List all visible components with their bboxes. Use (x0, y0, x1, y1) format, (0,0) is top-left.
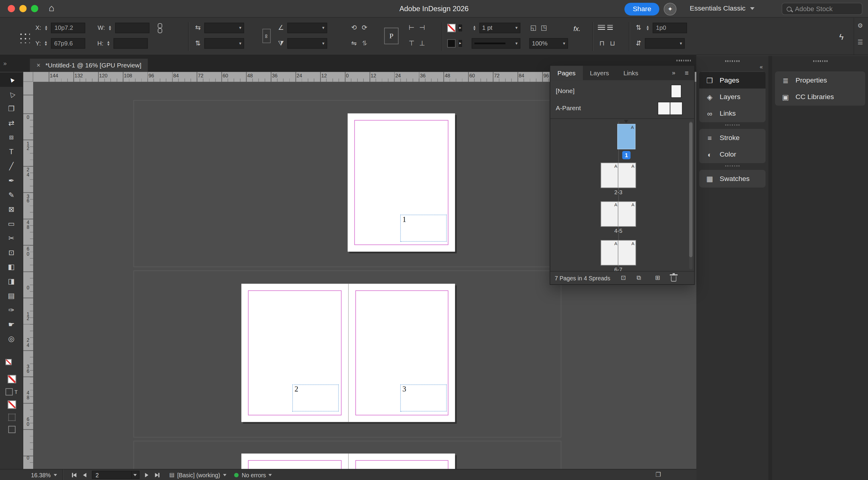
document-page[interactable] (241, 453, 348, 469)
zoom-level[interactable]: 16.38% (31, 472, 51, 478)
dock-grip[interactable] (813, 60, 827, 62)
reference-point-proxy[interactable] (18, 31, 30, 43)
page-number-frame[interactable]: 2 (292, 384, 339, 412)
preflight-dropdown-icon[interactable] (223, 474, 226, 476)
create-spread-icon[interactable]: ⧉ (634, 274, 643, 281)
assistant-icon[interactable] (664, 3, 676, 15)
stroke-style-combo[interactable] (472, 38, 521, 48)
master-a-parent-thumbnail-right[interactable] (670, 102, 682, 114)
fill-swatch-black[interactable] (447, 39, 456, 47)
pages-panel-tab-layers[interactable]: Layers (583, 66, 616, 80)
page-number-field[interactable]: 2 (92, 471, 139, 479)
dock-item-links[interactable]: ∞Links (699, 105, 766, 122)
master-none-label[interactable]: [None] (556, 87, 575, 94)
align-left-edge-icon[interactable]: ⊢ (407, 24, 416, 32)
dock-item-cc-libraries[interactable]: ▣CC Libraries (775, 89, 865, 105)
dock-item-stroke[interactable]: ≡Stroke (699, 130, 766, 146)
dock-grip[interactable] (725, 60, 740, 62)
edit-page-size-icon[interactable]: ⊡ (619, 274, 627, 281)
share-button[interactable]: Share (624, 3, 659, 15)
line-tool[interactable]: ╱ (0, 159, 23, 173)
type-tool[interactable]: T (0, 144, 23, 159)
formatting-affects-container-icon[interactable] (6, 388, 13, 396)
y-stepper[interactable] (43, 38, 49, 48)
last-page-button[interactable] (155, 473, 159, 477)
page-thumbnail[interactable]: A (618, 124, 635, 149)
panel-group-grip[interactable] (696, 163, 769, 169)
scale-x-combo[interactable] (204, 22, 244, 33)
rotation-angle-combo[interactable] (287, 22, 327, 33)
dock-item-swatches[interactable]: ▦Swatches (699, 170, 766, 187)
adobe-stock-search[interactable]: Adobe Stock (781, 3, 862, 15)
gpu-performance-icon[interactable] (839, 32, 844, 41)
zoom-tool[interactable]: ◎ (0, 331, 23, 346)
flip-vertical-icon[interactable]: ⥮ (361, 39, 369, 47)
effects-button[interactable]: fx. (574, 25, 581, 33)
rectangle-frame-tool[interactable]: ⊠ (0, 202, 23, 216)
workspace-switcher[interactable]: Essentials Classic (690, 4, 754, 12)
pencil-tool[interactable]: ✎ (0, 187, 23, 202)
current-page-value[interactable]: 2 (92, 472, 131, 478)
panel-group-grip[interactable] (696, 122, 769, 128)
hand-tool[interactable]: ☛ (0, 317, 23, 331)
select-container-icon[interactable]: P (384, 28, 399, 44)
first-page-button[interactable] (72, 473, 76, 477)
opacity-combo[interactable]: 100% (529, 38, 568, 48)
document-page[interactable] (348, 453, 455, 469)
scale-y-combo[interactable] (204, 38, 244, 48)
close-tab-icon[interactable] (36, 61, 40, 69)
preflight-profile[interactable]: [Basic] (working) (177, 472, 220, 478)
delete-page-icon[interactable] (671, 276, 676, 281)
view-options-icon[interactable] (8, 414, 16, 421)
home-icon[interactable] (49, 3, 55, 14)
page-thumbnail[interactable]: A (601, 202, 618, 226)
w-stepper[interactable] (107, 23, 113, 33)
page-thumbnail[interactable]: A (601, 163, 618, 187)
next-page-button[interactable] (145, 473, 148, 477)
ruler-origin-corner[interactable] (23, 72, 33, 82)
valign-bottom-icon[interactable]: ⊔ (609, 39, 617, 47)
new-page-icon[interactable]: ⊞ (653, 274, 662, 281)
page-number-badge[interactable]: 1 (622, 151, 630, 159)
master-a-parent-label[interactable]: A-Parent (556, 104, 581, 111)
pages-panel-tab-links[interactable]: Links (616, 66, 646, 80)
formatting-affects-text-icon[interactable]: T (14, 389, 18, 395)
apply-none-swatch[interactable] (7, 401, 16, 409)
page-number-frame[interactable]: 1 (400, 215, 447, 242)
rotate-ccw-icon[interactable]: ⟲ (350, 24, 358, 32)
spread-label[interactable]: 2-3 (607, 189, 629, 195)
close-window-button[interactable] (8, 5, 15, 12)
pages-scrollbar[interactable] (689, 121, 692, 269)
scissors-tool[interactable]: ✂ (0, 231, 23, 245)
gutter-stepper[interactable] (645, 23, 650, 33)
master-none-thumbnail[interactable] (672, 85, 681, 97)
page-tool[interactable]: ❐ (0, 101, 23, 116)
fill-proxy-swatch[interactable] (5, 359, 11, 365)
zoom-dropdown-icon[interactable] (53, 474, 57, 476)
panel-menu-icon[interactable]: ☰ (858, 39, 863, 46)
align-bottom-edge-icon[interactable]: ⊥ (418, 39, 427, 47)
x-stepper[interactable] (43, 23, 49, 33)
fit-frame-icon[interactable]: ◳ (540, 24, 548, 32)
spread-view-icon[interactable]: ❐ (655, 471, 661, 479)
pages-panel-tab-pages[interactable]: Pages (550, 66, 583, 80)
selection-tool[interactable]: ▲ (0, 73, 23, 87)
dock-item-pages[interactable]: ❒Pages (699, 72, 766, 89)
y-input[interactable]: 67p9.6 (51, 38, 85, 48)
gear-icon[interactable]: ⚙ (858, 22, 863, 29)
note-tool[interactable]: ▤ (0, 288, 23, 303)
vertical-ruler[interactable]: 012243648600122436486001224364860 (23, 82, 33, 469)
tab-overflow-icon[interactable] (3, 60, 7, 66)
gradient-swatch-tool[interactable]: ◧ (0, 259, 23, 274)
shear-angle-combo[interactable] (287, 38, 327, 48)
master-a-parent-thumbnail-left[interactable] (658, 102, 670, 114)
page-number-frame[interactable]: 3 (400, 384, 447, 412)
panel-collapse-icon[interactable] (672, 69, 675, 76)
h-stepper[interactable] (105, 38, 111, 48)
rotate-cw-icon[interactable]: ⟳ (361, 24, 369, 32)
fill-flyout-icon[interactable] (458, 39, 463, 47)
column-count-combo[interactable] (645, 38, 685, 48)
dock-grip[interactable] (676, 60, 691, 61)
pen-tool[interactable]: ✒ (0, 173, 23, 187)
apply-none-button[interactable] (7, 375, 16, 383)
